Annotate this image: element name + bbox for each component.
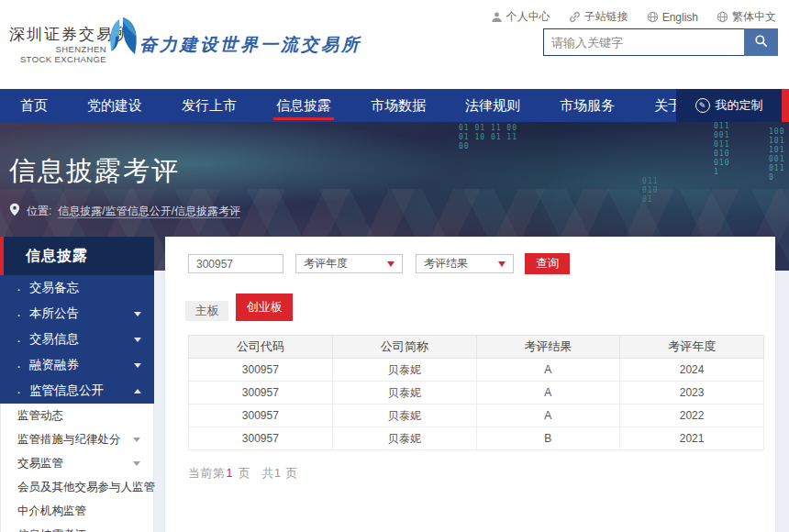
subitem-trading-supervision[interactable]: 交易监管 [1,451,153,475]
breadcrumb-path[interactable]: 信息披露/监管信息公开/信息披露考评 [58,204,240,219]
col-company-code: 公司代码 [189,336,333,359]
logo-english-name: SHENZHEN STOCK EXCHANGE [4,44,106,64]
location-pin-icon [9,203,20,219]
table-header-row: 公司代码 公司简称 考评结果 考评年度 [189,336,764,359]
search-input[interactable] [543,28,744,56]
chevron-down-icon [134,363,141,368]
site-search [543,28,778,56]
sidebar-submenu: 监管动态 监管措施与纪律处分 交易监管 会员及其他交易参与人监管 中介机构监管 … [0,404,154,532]
globe-icon [717,11,728,23]
bullet-icon: · [17,359,21,372]
table-row: 300957 贝泰妮 A 2023 [189,382,764,405]
col-eval-year: 考评年度 [620,336,764,359]
binary-texture: 01 01 11 00 01 10 01 11 00 [459,124,523,151]
bullet-icon: · [17,307,21,321]
breadcrumb-label: 位置: [27,204,51,219]
subsite-links[interactable]: 子站链接 [569,9,628,25]
binary-texture: 01101001 [642,177,659,205]
pencil-circle-icon: ✎ [695,98,710,113]
subitem-measures-discipline[interactable]: 监管措施与纪律处分 [1,427,153,451]
bullet-icon: · [17,333,21,347]
sidebar-item-margin-trading[interactable]: · 融资融券 [0,352,154,378]
breadcrumb: 位置: 信息披露/监管信息公开/信息披露考评 [9,203,240,219]
query-button[interactable]: 查询 [525,253,570,274]
binary-texture: 0110010110100101 [714,122,730,177]
chevron-up-icon [134,389,141,393]
chevron-down-icon [134,338,141,342]
current-page-number: 1 [226,467,235,480]
binary-texture: 1001011010010110 [769,127,785,183]
dropdown-caret-icon [498,261,506,267]
table-row: 300957 贝泰妮 A 2024 [189,359,764,382]
nav-item-listing[interactable]: 发行上市 [175,89,243,122]
table-row: 300957 贝泰妮 A 2022 [189,405,764,427]
nav-item-home[interactable]: 首页 [14,89,54,122]
tab-chinext[interactable]: 创业板 [236,294,293,321]
nav-item-party-building[interactable]: 党的建设 [81,89,149,122]
content-card: 考评年度 考评结果 查询 主板 创业板 公司代码 公司简称 考评结果 考评年度 … [165,237,775,532]
traditional-chinese-switch[interactable]: 繁体中文 [717,9,776,25]
sidebar-item-trading-info[interactable]: · 交易信息 [0,327,154,352]
english-switch[interactable]: English [647,11,698,24]
dropdown-caret-icon [387,261,394,267]
chevron-down-icon [134,312,141,316]
col-eval-result: 考评结果 [476,336,620,359]
utility-bar: 个人中心 子站链接 English 繁体中文 [491,9,776,25]
tab-main-board[interactable]: 主板 [185,301,228,321]
evaluation-year-dropdown[interactable]: 考评年度 [295,254,403,273]
my-customization-button[interactable]: ✎ 我的定制 [676,89,782,122]
nav-item-market-data[interactable]: 市场数据 [364,89,432,122]
evaluation-result-dropdown[interactable]: 考评结果 [416,254,514,273]
sidebar-title: 信息披露 [0,237,154,275]
main-nav: 首页 党的建设 发行上市 信息披露 市场数据 法律规则 市场服务 关于本所 ✎ … [0,89,789,122]
chevron-down-icon [133,438,140,442]
bullet-icon: · [17,282,21,295]
link-icon [569,11,581,23]
search-icon [754,34,768,50]
szse-logo-icon [106,17,139,59]
subitem-regulatory-news[interactable]: 监管动态 [1,404,153,427]
site-header: 深圳证券交易所 SHENZHEN STOCK EXCHANGE 奋力建设世界一流… [0,0,789,89]
user-icon [491,11,503,23]
nav-item-disclosure[interactable]: 信息披露 [270,89,338,122]
subitem-member-supervision[interactable]: 会员及其他交易参与人监管 [1,475,153,499]
bullet-icon: · [17,384,21,398]
nav-red-strip [782,89,789,122]
page-title: 信息披露考评 [9,153,180,190]
table-row: 300957 贝泰妮 B 2021 [189,427,764,450]
col-company-name: 公司简称 [332,336,476,359]
sidebar: 信息披露 · 交易备忘 · 本所公告 · 交易信息 · 融资融券 [0,237,154,532]
company-code-input[interactable] [188,254,283,273]
user-center-link[interactable]: 个人中心 [491,9,550,25]
pagination: 当前第1 页共1 页 [188,466,298,482]
subitem-intermediary-supervision[interactable]: 中介机构监管 [1,499,153,523]
szse-page: 深圳证券交易所 SHENZHEN STOCK EXCHANGE 奋力建设世界一流… [0,0,789,532]
chevron-down-icon [133,461,140,466]
sidebar-item-exchange-notices[interactable]: · 本所公告 [0,301,154,327]
sidebar-item-regulatory-disclosure[interactable]: · 监管信息公开 [0,378,154,404]
nav-item-rules[interactable]: 法律规则 [459,89,527,122]
subitem-disclosure-evaluation[interactable]: 信息披露考评 [1,523,153,532]
sidebar-item-trading-memo[interactable]: · 交易备忘 [0,275,154,301]
evaluation-table: 公司代码 公司简称 考评结果 考评年度 300957 贝泰妮 A 2024 30… [188,335,764,450]
search-button[interactable] [744,28,778,56]
sidebar-menu: · 交易备忘 · 本所公告 · 交易信息 · 融资融券 · 监管信息公开 [0,275,154,404]
site-slogan: 奋力建设世界一流交易所 [139,33,361,57]
nav-items: 首页 党的建设 发行上市 信息披露 市场数据 法律规则 市场服务 关于本所 [0,89,789,122]
globe-icon [647,11,659,23]
nav-item-services[interactable]: 市场服务 [553,89,621,122]
